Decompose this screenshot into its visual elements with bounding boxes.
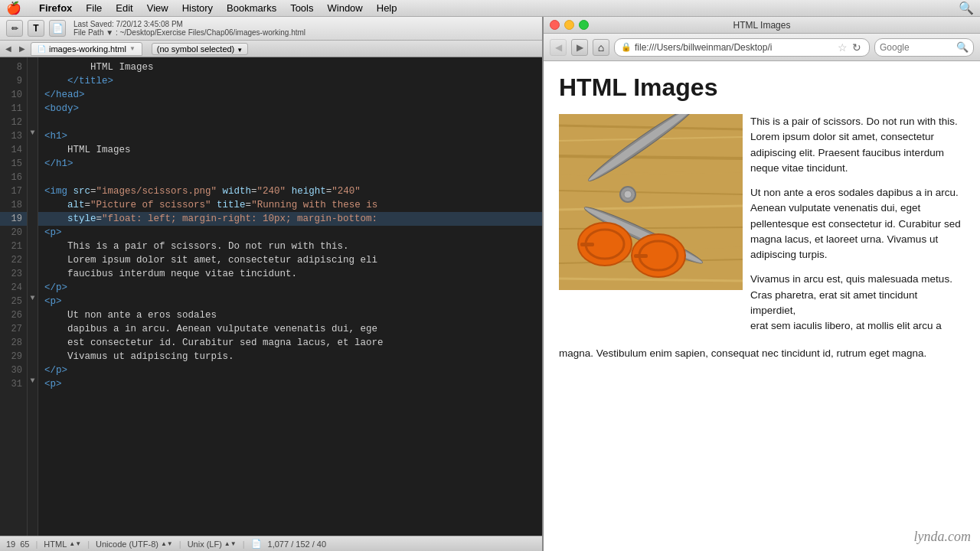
fold-15 [28, 154, 38, 168]
bold-icon[interactable]: T [28, 20, 44, 37]
code-line-31: <p> [38, 377, 542, 391]
menubar-edit[interactable]: Edit [109, 1, 139, 15]
fold-20 [28, 223, 38, 236]
fold-29 [28, 347, 38, 360]
maximize-button[interactable] [579, 20, 589, 30]
menubar-view[interactable]: View [140, 1, 175, 15]
bookmark-icon[interactable]: ☆ [838, 41, 848, 54]
fold-25[interactable]: ▼ [28, 292, 38, 305]
minimize-button[interactable] [564, 20, 574, 30]
search-icon[interactable]: 🔍 [956, 41, 969, 53]
home-button[interactable]: ⌂ [593, 39, 609, 56]
status-le-dropdown: ▲▼ [224, 540, 237, 547]
last-saved-value: 7/20/12 3:45:08 PM [116, 20, 183, 28]
line-num-26: 26 [0, 308, 27, 322]
editor-toolbar: ✏ T 📄 Last Saved: 7/20/12 3:45:08 PM Fil… [0, 17, 542, 41]
search-bar[interactable]: 🔍 [874, 38, 974, 57]
line-num-28: 28 [0, 336, 27, 350]
status-col: 65 [20, 540, 29, 549]
status-encoding[interactable]: Unicode (UTF-8) ▲▼ [96, 540, 173, 549]
pencil-icon[interactable]: ✏ [6, 20, 23, 37]
close-button[interactable] [550, 20, 560, 30]
line-num-31: 31 [0, 377, 27, 391]
tab-nav-left[interactable]: ◀ [3, 44, 14, 54]
code-line-21: This is a pair of scissors. Do not run w… [38, 240, 542, 253]
status-lang-value: HTML [44, 540, 67, 549]
code-line-18: alt="Picture of scissors" title="Running… [38, 198, 542, 212]
code-line-29: Vivamus ut adipiscing turpis. [38, 350, 542, 364]
menubar-help[interactable]: Help [370, 1, 404, 15]
code-area[interactable]: 8 9 10 11 12 13 14 15 16 17 18 19 20 21 … [0, 57, 542, 536]
fold-12 [28, 112, 38, 126]
code-line-12 [38, 116, 542, 129]
status-div-1: | [36, 540, 38, 549]
fold-14 [28, 140, 38, 154]
line-num-11: 11 [0, 102, 27, 116]
status-line-col: 19 65 [6, 540, 30, 549]
global-search-icon[interactable]: 🔍 [959, 1, 974, 15]
code-line-26: Ut non ante a eros sodales [38, 308, 542, 322]
status-doc-info-value: 1,077 / 152 / 40 [268, 540, 326, 549]
line-num-20: 20 [0, 226, 27, 240]
fold-13[interactable]: ▼ [28, 126, 38, 140]
editor-tabs: ◀ ▶ 📄 images-working.html ▼ (no symbol s… [0, 41, 542, 57]
page-text-beside-image: This is a pair of scissors. Do not run w… [750, 114, 965, 343]
symbol-selector[interactable]: (no symbol selected) ▼ [152, 43, 248, 55]
address-bar[interactable]: 🔒 file:///Users/billweinman/Desktop/i ☆ … [614, 38, 870, 57]
line-num-8: 8 [0, 60, 27, 74]
menubar-history[interactable]: History [175, 1, 220, 15]
apple-menu[interactable]: 🍎 [6, 1, 21, 15]
code-line-8: HTML Images [38, 60, 542, 74]
code-line-17: <img src="images/scissors.png" width="24… [38, 184, 542, 198]
tab-dropdown-icon[interactable]: ▼ [129, 45, 136, 52]
code-line-19: style="float: left; margin-right: 10px; … [38, 212, 542, 226]
status-line-ending[interactable]: Unix (LF) ▲▼ [188, 540, 237, 549]
search-input[interactable] [880, 42, 953, 53]
paragraph-3: Vivamus in arcu est, quis malesuada metu… [750, 272, 965, 334]
fold-gutter: ▼ ▼ ▼ [28, 57, 38, 536]
status-lang[interactable]: HTML ▲▼ [44, 540, 81, 549]
menubar-firefox[interactable]: Firefox [32, 1, 79, 15]
browser-content: HTML Images [544, 61, 980, 551]
line-num-14: 14 [0, 143, 27, 157]
menubar-tools[interactable]: Tools [283, 1, 320, 15]
reload-button[interactable]: ↻ [851, 40, 863, 55]
fold-18 [28, 195, 38, 209]
menubar-bookmarks[interactable]: Bookmarks [220, 1, 283, 15]
code-line-23: faucibus interdum neque vitae tincidunt. [38, 267, 542, 281]
svg-rect-21 [580, 243, 594, 246]
paragraph-4-full-width: magna. Vestibulum enim sapien, consequat… [559, 346, 965, 361]
fold-17 [28, 181, 38, 195]
main-area: ✏ T 📄 Last Saved: 7/20/12 3:45:08 PM Fil… [0, 17, 980, 551]
fold-8 [28, 57, 38, 71]
menubar-file[interactable]: File [79, 1, 109, 15]
line-num-19: 19 [0, 212, 27, 226]
tab-nav-right[interactable]: ▶ [17, 44, 28, 54]
menubar-window[interactable]: Window [321, 1, 370, 15]
browser-pane: HTML Images ◀ ▶ ⌂ 🔒 file:///Users/billwe… [544, 17, 980, 551]
editor-tab-active[interactable]: 📄 images-working.html ▼ [31, 42, 142, 56]
page-heading: HTML Images [559, 73, 965, 102]
back-button[interactable]: ◀ [550, 39, 567, 56]
code-line-15: </h1> [38, 157, 542, 171]
code-line-20: <p> [38, 226, 542, 240]
code-lines[interactable]: HTML Images </title> </head> <body> <h1>… [38, 57, 542, 536]
fold-26 [28, 305, 38, 319]
code-line-27: dapibus a in arcu. Aenean vulputate vene… [38, 322, 542, 336]
code-line-30: </p> [38, 364, 542, 377]
code-line-28: est consectetur id. Curabitur sed magna … [38, 336, 542, 350]
file-info: Last Saved: 7/20/12 3:45:08 PM File Path… [74, 20, 305, 37]
status-lang-dropdown: ▲▼ [69, 540, 81, 547]
fold-31[interactable]: ▼ [28, 374, 38, 388]
symbol-selector-value: (no symbol selected) [157, 44, 235, 54]
browser-title-text: HTML Images [733, 20, 791, 31]
code-line-9: </title> [38, 74, 542, 88]
page-icon[interactable]: 📄 [49, 20, 66, 37]
forward-button[interactable]: ▶ [571, 39, 588, 56]
status-doc-info: 1,077 / 152 / 40 [268, 540, 326, 549]
fold-11 [28, 99, 38, 112]
window-controls [550, 20, 589, 30]
line-num-27: 27 [0, 322, 27, 336]
paragraph-2: Ut non ante a eros sodales dapibus a in … [750, 185, 965, 262]
scissors-image [559, 114, 743, 290]
